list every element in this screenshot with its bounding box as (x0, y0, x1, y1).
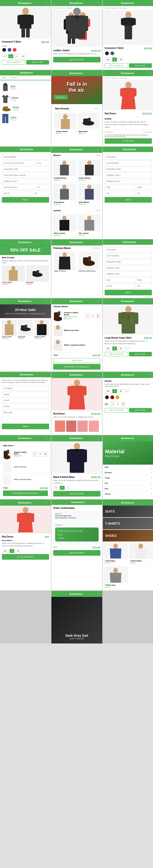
sz-s-22[interactable]: S (9, 549, 14, 553)
cart-icon-22[interactable]: 🛒 (46, 501, 49, 504)
next-btn-9[interactable]: NEXT (105, 197, 152, 203)
qty-plus-19-1[interactable]: + (43, 452, 48, 457)
cart-icon-3[interactable]: 🛒 (148, 1, 152, 5)
add-to-cart-btn-2[interactable]: ADD TO CART (53, 57, 101, 62)
zip-input-7[interactable] (2, 191, 31, 196)
size-l-15[interactable]: L (125, 346, 129, 350)
cart-icon-5[interactable]: 🛒 (97, 71, 101, 75)
zip-12[interactable] (105, 283, 134, 288)
cardnum-input-9[interactable] (105, 160, 152, 165)
sz-m-18[interactable]: M (118, 389, 123, 393)
black-jacket[interactable]: Black Jacket $148.99 (53, 215, 76, 238)
cart-btn-15[interactable]: ADD TO CART (129, 352, 152, 356)
size-s-3[interactable]: S (112, 58, 117, 61)
cart-icon-21[interactable]: 🛒 (148, 437, 152, 440)
tshirt-white[interactable]: T-Shirt White $22.50 (129, 542, 153, 565)
cart-icon-8[interactable]: 🛒 (97, 148, 101, 151)
cart-icon-17[interactable]: 🛒 (97, 373, 101, 377)
qty-input-14-1[interactable] (90, 315, 95, 317)
addr2-input-9[interactable] (105, 179, 152, 184)
sz-m-20[interactable]: M (60, 486, 65, 490)
size-s[interactable]: S (2, 54, 7, 58)
expiry-input-7[interactable] (2, 166, 49, 172)
message-input-16[interactable] (2, 410, 49, 422)
back-icon-20[interactable]: ← (53, 437, 55, 439)
back-icon-4[interactable]: ← (2, 72, 4, 74)
city-input-9[interactable] (105, 185, 134, 190)
card-number-input-7[interactable] (2, 160, 35, 165)
name-input-7[interactable] (2, 154, 49, 159)
wishlist-btn-15[interactable]: ADD TO WISHLIST (105, 352, 128, 356)
wishlist-btn-22[interactable]: GO TO WISHLIST (2, 554, 49, 560)
qty-input-18[interactable] (115, 403, 121, 405)
fullname-12[interactable] (105, 247, 152, 252)
size-xs-3[interactable]: XS (105, 58, 111, 61)
next-btn-12[interactable]: NEXT (105, 290, 152, 295)
back-icon-18[interactable]: ← (105, 374, 107, 376)
jackets-more[interactable]: more (96, 209, 101, 212)
color-red-18[interactable] (110, 396, 114, 399)
cart-icon-19[interactable]: 🛒 (46, 437, 49, 440)
cart-icon-24[interactable]: 🛒 (148, 501, 152, 504)
thumb-17-4[interactable] (88, 421, 99, 432)
addr2-12[interactable] (105, 271, 152, 276)
cat-youth-21[interactable]: Youth › (103, 475, 153, 481)
color-black-3[interactable] (105, 52, 109, 55)
addr1-12[interactable] (105, 265, 152, 270)
cart-icon-10[interactable]: 🛒 (46, 241, 49, 244)
back-icon-14[interactable]: ← (53, 300, 55, 303)
back-icon-11[interactable]: ← (53, 241, 55, 244)
sz-xs-22[interactable]: XS (2, 549, 8, 553)
color-gold-18[interactable] (116, 396, 119, 399)
knitted-blazer[interactable]: Knitted Blazer $299.99 (53, 159, 76, 182)
tab-women[interactable]: WOMEN (8, 75, 19, 80)
back-icon-3[interactable]: ← (105, 2, 107, 4)
qty-minus-18[interactable]: - (111, 402, 115, 406)
cart-icon-2[interactable]: 🛒 (97, 1, 101, 5)
size-m[interactable]: M (8, 54, 13, 58)
state-input-9[interactable] (135, 185, 152, 190)
back-icon-16[interactable]: ← (2, 373, 4, 376)
zip-input-9[interactable] (105, 191, 134, 196)
cat-tshirts[interactable]: T-Shirts 7 items (0, 94, 51, 104)
tab-men[interactable]: MEN (0, 75, 8, 80)
cart-icon-13[interactable]: 🛒 (46, 300, 49, 303)
save-cart-btn[interactable]: SAVE CART (53, 358, 101, 363)
fullname-input-9[interactable] (105, 154, 152, 159)
back-icon-9[interactable]: ← (105, 148, 107, 150)
back-icon-17[interactable]: ← (53, 374, 55, 376)
shop-now-btn[interactable]: Shop now (54, 95, 68, 99)
add-to-cart-btn[interactable]: ADD TO CART (26, 60, 49, 64)
qty-plus-14-1[interactable]: + (95, 313, 100, 318)
cart-icon[interactable]: 🛒 (46, 1, 49, 5)
addr1-input-9[interactable] (105, 173, 152, 178)
tshirt-gray[interactable]: T-Shirt Gray $21.00 (104, 567, 128, 589)
cart-icon-25[interactable]: 🛒 (97, 592, 101, 595)
address2-input-7[interactable] (2, 179, 49, 184)
city-input-7[interactable] (2, 185, 35, 190)
all-reviews-btn[interactable]: ALL REVIEWS (105, 138, 152, 144)
hair-jacket[interactable]: Hair Jacket $79.99 (78, 215, 101, 238)
size-xs-15[interactable]: XS (105, 346, 111, 350)
color-swatch-red[interactable] (13, 48, 16, 52)
size-m-3[interactable]: M (118, 58, 123, 61)
cart-icon-18[interactable]: 🛒 (148, 373, 152, 377)
color-black-18[interactable] (105, 396, 109, 399)
cat-boy-21[interactable]: Boy › (103, 486, 153, 491)
cart-icon-11[interactable]: 🛒 (97, 241, 101, 244)
suits-banner[interactable]: SUITS (103, 506, 153, 517)
cat-men-21[interactable]: Men › (103, 465, 153, 470)
qty-plus-18[interactable]: + (121, 402, 125, 406)
cart-btn-20[interactable]: ADD TO CART (53, 491, 101, 497)
size-m-15[interactable]: M (118, 346, 123, 350)
phone-input-16[interactable] (2, 404, 49, 409)
name-input-16[interactable] (2, 392, 49, 397)
back-icon-25[interactable]: ← (53, 593, 55, 595)
next-btn-7[interactable]: NEXT (2, 197, 49, 203)
size-l[interactable]: L (15, 54, 19, 58)
email-input-16[interactable] (2, 398, 49, 403)
company-input-16[interactable] (2, 386, 49, 391)
cart-btn-18[interactable]: ADD TO CART (129, 408, 152, 412)
checkout-btn-14[interactable]: PROCEED TO CHECKOUT (53, 364, 101, 370)
back-icon-24[interactable]: ← (105, 501, 107, 504)
